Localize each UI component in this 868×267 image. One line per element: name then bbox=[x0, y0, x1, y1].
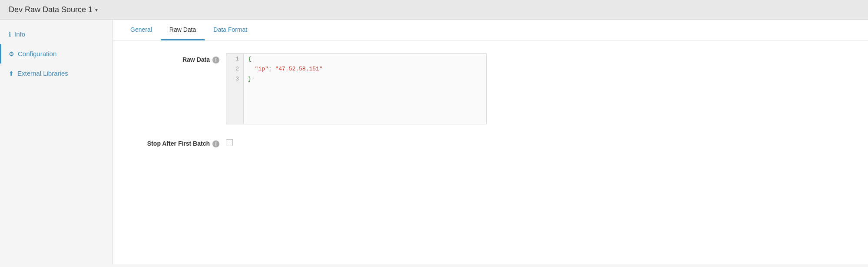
stop-after-checkbox-wrapper bbox=[226, 137, 233, 146]
gear-icon: ⚙ bbox=[9, 50, 14, 57]
line-content-1: { bbox=[244, 54, 486, 64]
sidebar: ℹ Info ⚙ Configuration ⬆ External Librar… bbox=[0, 20, 113, 264]
stop-after-label: Stop After First Batch i bbox=[130, 137, 226, 147]
line-content-3: } bbox=[244, 74, 486, 84]
stop-after-info-icon[interactable]: i bbox=[212, 140, 219, 147]
sidebar-item-label: Info bbox=[14, 30, 25, 38]
sidebar-item-configuration[interactable]: ⚙ Configuration bbox=[0, 44, 113, 63]
tab-raw-data[interactable]: Raw Data bbox=[161, 20, 205, 40]
line-number-empty-4 bbox=[226, 114, 244, 124]
stop-after-checkbox[interactable] bbox=[226, 139, 233, 146]
line-number-3: 3 bbox=[226, 74, 244, 84]
tab-general[interactable]: General bbox=[122, 20, 161, 40]
upload-icon: ⬆ bbox=[9, 70, 14, 77]
raw-data-label: Raw Data i bbox=[130, 53, 226, 63]
code-line-empty-1 bbox=[226, 84, 486, 94]
dropdown-arrow-icon[interactable]: ▾ bbox=[95, 7, 98, 13]
sidebar-item-label: External Libraries bbox=[17, 70, 68, 77]
line-number-2: 2 bbox=[226, 64, 244, 74]
raw-data-editor[interactable]: 1 { 2 "ip": "47.52.58.151" 3 } bbox=[226, 53, 487, 124]
line-number-1: 1 bbox=[226, 54, 244, 64]
line-content-2: "ip": "47.52.58.151" bbox=[244, 64, 486, 74]
stop-after-row: Stop After First Batch i bbox=[130, 137, 851, 147]
line-number-empty bbox=[226, 84, 244, 94]
sidebar-item-label: Configuration bbox=[18, 50, 56, 57]
code-line-empty-4 bbox=[226, 114, 486, 124]
line-number-empty-2 bbox=[226, 94, 244, 104]
info-icon: ℹ bbox=[9, 31, 11, 38]
code-line-empty-3 bbox=[226, 104, 486, 114]
code-line-2: 2 "ip": "47.52.58.151" bbox=[226, 64, 486, 74]
page-title-text: Dev Raw Data Source 1 bbox=[9, 5, 93, 14]
line-number-empty-3 bbox=[226, 104, 244, 114]
code-line-3: 3 } bbox=[226, 74, 486, 84]
code-line-empty-2 bbox=[226, 94, 486, 104]
content-area: General Raw Data Data Format Raw Data i … bbox=[113, 20, 868, 264]
raw-data-row: Raw Data i 1 { 2 "ip": "47.52.58.151" 3 … bbox=[130, 53, 851, 124]
tab-bar: General Raw Data Data Format bbox=[113, 20, 868, 40]
page-title: Dev Raw Data Source 1 ▾ bbox=[9, 5, 98, 14]
main-layout: ℹ Info ⚙ Configuration ⬆ External Librar… bbox=[0, 20, 868, 264]
tab-data-format[interactable]: Data Format bbox=[205, 20, 256, 40]
sidebar-item-external-libraries[interactable]: ⬆ External Libraries bbox=[0, 63, 113, 83]
code-line-1: 1 { bbox=[226, 54, 486, 64]
sidebar-item-info[interactable]: ℹ Info bbox=[0, 24, 113, 44]
raw-data-info-icon[interactable]: i bbox=[212, 57, 219, 63]
form-content: Raw Data i 1 { 2 "ip": "47.52.58.151" 3 … bbox=[113, 40, 868, 264]
header: Dev Raw Data Source 1 ▾ bbox=[0, 0, 868, 20]
